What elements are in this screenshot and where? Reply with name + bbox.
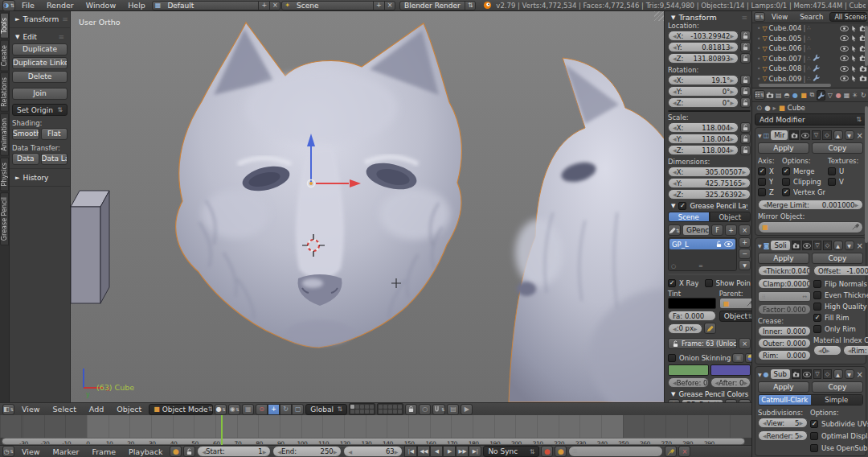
outliner-filter-dropdown[interactable]: All Scenes [829,12,867,22]
xray-checkbox[interactable]: ✓ [668,279,676,287]
gp-layer-row[interactable]: GP_L [669,239,735,249]
selectability-cursor-icon[interactable] [851,75,857,82]
data-transfer-data-button[interactable]: Data [12,153,39,165]
mirror-option-checkbox[interactable]: ✓ [782,167,790,175]
tab-render-layers-icon[interactable]: ▤ [775,90,782,101]
thickness-field[interactable]: ◀:0 px▶ [668,323,702,334]
visibility-eye-icon[interactable] [840,35,849,42]
subsurf-modifier-header[interactable]: ▼ ● Sub ▽ ◇ ▲ ▼ × [758,368,863,380]
editor-type-properties-icon[interactable]: ☷⇅ [754,90,765,100]
gp-layer-name[interactable]: GP_L [672,241,689,249]
gp-colors-panel-header[interactable]: ▼ Grease Pencil Colors ≡ [668,390,751,398]
timeline-menu-frame[interactable]: Frame [86,447,121,456]
engine-name[interactable]: Blender Render [400,2,465,10]
viewport-visibility-toggle[interactable] [802,369,812,379]
menu-file[interactable]: File [16,1,40,10]
material-offset-field[interactable]: ◀0▶ [813,345,841,356]
lock-icon-button[interactable] [740,86,751,97]
editor-type-timeline-icon[interactable]: ◷⇅ [2,446,14,457]
lock-icon-button[interactable] [740,122,751,133]
gpencil-add-button[interactable]: + [725,224,737,236]
move-up-button[interactable]: ▲ [833,241,843,250]
delete-modifier-button[interactable]: × [857,370,863,379]
location-number-field[interactable]: ◀Z:131.80893▶ [668,53,739,64]
render-toggle[interactable] [792,241,800,250]
properties-vscrollbar[interactable] [865,106,868,243]
lock-icon-button[interactable] [740,42,751,52]
keyingset-lock-button[interactable] [183,446,195,457]
scale-number-field[interactable]: ◀Y:118.004▶ [668,134,739,144]
add-menu[interactable]: Add [84,405,109,414]
timeline-canvas[interactable] [0,415,751,438]
playback-button[interactable]: ◀◀ [417,446,430,457]
selectability-cursor-icon[interactable] [851,65,857,72]
mirror-texture-checkbox[interactable] [828,178,836,186]
scale-number-field[interactable]: ◀Z:118.004▶ [668,145,739,155]
translate-manipulator-button[interactable]: + [268,404,280,415]
wolf-head-secondary[interactable] [509,58,664,402]
delete-button[interactable]: Delete [12,71,68,83]
outliner-menu-search[interactable]: Search [794,13,829,21]
manipulator-toggle[interactable]: ⊙ [256,404,268,415]
lock-icon-button[interactable] [740,145,751,155]
collapse-icon[interactable]: ▼ [758,372,762,377]
playback-button[interactable]: ▶ [443,446,456,457]
wolf-head-mesh[interactable] [176,23,462,348]
outliner-row[interactable]: ∘ ▽ Cube.009 | ∴ [752,74,868,84]
merge-limit-field[interactable]: ◀Merge Limit:0.001000▶ [758,200,863,210]
apply-button[interactable]: Apply [758,142,809,154]
panel-drag-dots[interactable]: ≡ [741,14,747,22]
delete-modifier-button[interactable]: × [857,241,863,250]
layer-visibility-icon[interactable] [724,241,733,248]
gp-frame-button[interactable]: Frame: 63 (Unlocked) [668,338,737,349]
tab-physics[interactable]: Physics [0,158,9,191]
outliner-menu-view[interactable]: View [766,13,793,21]
area-corner-widget[interactable] [654,11,664,21]
move-down-button[interactable]: ▼ [845,241,854,250]
mirror-axis-checkbox[interactable] [758,178,766,186]
sync-mode-dropdown[interactable]: No Sync ⇅ [483,446,539,457]
mirror-option-checkbox[interactable]: ✓ [782,188,790,196]
cage-toggle[interactable]: ◇ [823,369,831,379]
thickness-field[interactable]: ◀Thickn:0.0400▶ [758,266,811,276]
tab-create[interactable]: Create [0,40,9,72]
layout-add-button[interactable]: + [258,1,269,10]
delete-modifier-button[interactable]: × [857,131,863,140]
copy-button[interactable]: Copy [812,381,863,393]
scene-name[interactable]: Scene [293,2,373,10]
current-frame-field[interactable]: ◀63▶ [343,446,403,457]
material-rim-field[interactable]: ◀Rim: 0▶ [843,345,868,356]
layer-specials-button[interactable]: ▼ [739,260,751,270]
clamp-field[interactable]: Clamp:0.0000 [758,278,811,289]
layer-add-button[interactable]: + [739,237,751,248]
tab-render-icon[interactable] [766,90,774,101]
playback-button[interactable]: ▶▶ [456,446,469,457]
viewport-3d[interactable]: x y User Ortho (63) Cube [71,11,664,402]
mirror-modifier-header[interactable]: ▼ ◫ Mir ▽ ◇ ▲ ▼ × [758,130,863,141]
view-subdivisions-field[interactable]: ◀View:5▶ [758,418,808,428]
menu-help[interactable]: Help [122,1,151,10]
solidify-option-checkbox[interactable]: ✓ [813,314,821,322]
onion-before-field[interactable]: ◀Before: 0▶ [668,377,709,388]
expand-icon[interactable]: ∘ [757,25,760,31]
offset-field[interactable]: Offset:-1.0000 [813,266,868,276]
fake-user-button[interactable]: F [711,224,723,236]
render-engine-selector[interactable]: Blender Render ⇅ [399,1,476,10]
modifier-name-field[interactable]: Mir [771,130,788,140]
menu-window[interactable]: Window [80,1,121,10]
mirror-axis-checkbox[interactable] [758,188,766,196]
viewport-visibility-toggle[interactable] [802,241,812,250]
gp-layers-checkbox[interactable]: ✓ [678,202,686,210]
apply-button[interactable]: Apply [758,381,809,393]
renderability-camera-icon[interactable] [859,65,867,72]
panel-history-header[interactable]: ► History [12,171,68,183]
cage-toggle[interactable]: ◇ [823,241,831,250]
tab-material-icon[interactable]: ● [834,90,841,101]
viewport-canvas[interactable]: x y [71,11,664,402]
gpencil-datablock-field[interactable]: GPencil [682,224,710,236]
playback-button[interactable]: ▶| [469,446,481,457]
expand-icon[interactable]: ∘ [757,45,760,51]
expand-icon[interactable]: ∘ [757,65,760,72]
edit-mode-toggle[interactable]: ▽ [813,369,821,379]
catmull-clark-button[interactable]: Catmull-Clark [759,395,811,405]
